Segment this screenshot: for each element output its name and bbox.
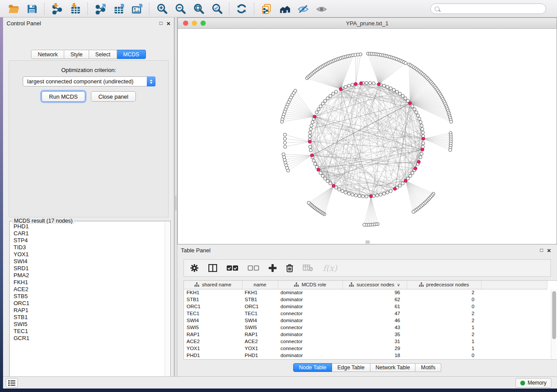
mcds-result-scrollbar[interactable]: [165, 222, 170, 382]
tab-network-table[interactable]: Network Table: [370, 363, 416, 372]
add-icon[interactable]: [269, 262, 277, 274]
mcds-result-box: MCDS result (17 nodes) PHD1CAR1STP4TID3Y…: [9, 221, 171, 383]
toolbar-separator: [87, 3, 88, 15]
table-row[interactable]: SWI4SWI4dominator462: [184, 317, 547, 324]
tab-mcds[interactable]: MCDS: [117, 50, 146, 59]
mcds-result-item[interactable]: STB5: [14, 293, 164, 300]
zoom-in-icon[interactable]: [155, 2, 168, 15]
open-folder-icon[interactable]: [7, 2, 20, 15]
table-header-row: shared namenameMCDS rolesuccessor nodes∨…: [184, 281, 547, 289]
mcds-result-item[interactable]: SWI4: [14, 258, 164, 265]
table-row[interactable]: PHD1PHD1dominator180: [184, 352, 547, 359]
mcds-result-item[interactable]: YOX1: [14, 251, 164, 258]
table-float-icon[interactable]: □: [540, 248, 543, 253]
column-header[interactable]: shared name: [184, 281, 242, 289]
table-row[interactable]: FKH1FKH1dominator962: [184, 289, 547, 296]
column-header[interactable]: name: [242, 281, 278, 289]
search-input[interactable]: [439, 6, 546, 12]
table-scrollbar[interactable]: [551, 289, 557, 359]
table-row[interactable]: YOX1YOX1connector291: [184, 345, 547, 352]
tab-node-table[interactable]: Node Table: [293, 363, 332, 372]
close-panel-icon[interactable]: ×: [166, 20, 170, 27]
float-panel-icon[interactable]: □: [159, 21, 163, 26]
mcds-result-item[interactable]: ORC1: [14, 300, 164, 307]
tab-network[interactable]: Network: [31, 50, 64, 59]
trash-icon[interactable]: [286, 262, 293, 274]
show-all-icon[interactable]: [315, 2, 328, 15]
import-table-icon[interactable]: [69, 2, 82, 15]
table-scrollbar-thumb[interactable]: [552, 291, 556, 339]
mcds-result-item[interactable]: SRD1: [14, 265, 164, 272]
mcds-result-item[interactable]: TEC1: [14, 328, 164, 335]
table-row[interactable]: SWI5SWI5connector431: [184, 324, 547, 331]
import-network-icon[interactable]: [50, 2, 63, 15]
mcds-result-item[interactable]: FKH1: [14, 279, 164, 286]
column-header[interactable]: MCDS role: [278, 281, 343, 289]
first-neighbors-icon[interactable]: [278, 2, 291, 15]
function-icon: f(x): [323, 262, 337, 274]
network-scroll-grip[interactable]: [366, 241, 370, 244]
close-panel-button[interactable]: Close panel: [91, 91, 136, 102]
table-tabs: Node TableEdge TableNetwork TableMotifs: [177, 363, 557, 372]
zoom-selected-icon[interactable]: [210, 2, 223, 15]
memory-button[interactable]: Memory: [515, 378, 551, 388]
table-row[interactable]: ORC1ORC1dominator610: [184, 303, 547, 310]
network-graph: [178, 29, 557, 244]
copy-style-icon[interactable]: [260, 2, 273, 15]
tab-edge-table[interactable]: Edge Table: [332, 363, 370, 372]
mcds-tab-body: Optimization criterion: largest connecte…: [9, 60, 169, 217]
mcds-result-item[interactable]: PMA2: [14, 272, 164, 279]
mcds-result-item[interactable]: SWI5: [14, 321, 164, 328]
columns-icon[interactable]: [208, 262, 217, 274]
tab-motifs[interactable]: Motifs: [415, 363, 441, 372]
export-table-icon[interactable]: [112, 2, 125, 15]
column-header[interactable]: predecessor nodes: [407, 281, 481, 289]
gear-icon[interactable]: [190, 262, 199, 274]
control-panel-title: Control Panel: [7, 20, 41, 27]
mcds-result-item[interactable]: PHD1: [14, 223, 164, 230]
node-table: shared namenameMCDS rolesuccessor nodes∨…: [183, 280, 557, 360]
save-icon[interactable]: [25, 2, 38, 15]
select-all-icon[interactable]: [227, 262, 238, 274]
criterion-dropdown[interactable]: largest connected component (undirected): [23, 76, 156, 86]
export-image-icon[interactable]: [130, 2, 143, 15]
dropdown-stepper-icon: [147, 76, 156, 86]
table-body: FKH1FKH1dominator962STB1STB1dominator620…: [184, 289, 547, 359]
mcds-result-item[interactable]: RAP1: [14, 307, 164, 314]
mcds-result-item[interactable]: STB1: [14, 314, 164, 321]
mcds-result-item[interactable]: ACE2: [14, 286, 164, 293]
column-header[interactable]: successor nodes∨: [343, 281, 407, 289]
network-canvas[interactable]: [178, 29, 557, 244]
panel-splitter[interactable]: [174, 17, 177, 376]
table-panel-title: Table Panel: [181, 247, 211, 254]
hide-selected-icon[interactable]: [297, 2, 310, 15]
control-panel-tabs: NetworkStyleSelectMCDS: [3, 50, 174, 59]
desktop-wallpaper-bottom: [0, 389, 557, 392]
export-network-icon[interactable]: [93, 2, 107, 15]
table-row[interactable]: TEC1TEC1connector472: [184, 310, 547, 317]
mcds-result-item[interactable]: CAR1: [14, 230, 164, 237]
mcds-result-item[interactable]: STP4: [14, 237, 164, 244]
network-window-titlebar[interactable]: YPA_prune.txt_1: [178, 18, 557, 29]
table-close-icon[interactable]: ×: [547, 247, 551, 254]
refresh-icon[interactable]: [235, 2, 248, 15]
mcds-result-item[interactable]: GCR1: [14, 335, 164, 342]
search-box[interactable]: [430, 3, 546, 14]
tab-select[interactable]: Select: [89, 50, 117, 59]
delete-table-icon: [303, 262, 313, 274]
zoom-out-icon[interactable]: [173, 2, 187, 15]
zoom-fit-icon[interactable]: [192, 2, 205, 15]
table-row[interactable]: ACE2ACE2connector311: [184, 338, 547, 345]
status-bar: Memory: [3, 376, 557, 389]
tab-style[interactable]: Style: [64, 50, 89, 59]
search-icon: [435, 7, 439, 11]
table-row[interactable]: RAP1RAP1dominator352: [184, 331, 547, 338]
run-mcds-button[interactable]: Run MCDS: [42, 91, 85, 102]
toolbar-separator: [254, 3, 254, 15]
mcds-result-list[interactable]: PHD1CAR1STP4TID3YOX1SWI4SRD1PMA2FKH1ACE2…: [10, 223, 164, 382]
node-table-grid[interactable]: shared namenameMCDS rolesuccessor nodes∨…: [184, 281, 547, 359]
task-history-button[interactable]: [6, 378, 18, 388]
table-row[interactable]: STB1STB1dominator620: [184, 296, 547, 303]
deselect-all-icon[interactable]: [248, 262, 259, 274]
mcds-result-item[interactable]: TID3: [14, 244, 164, 251]
